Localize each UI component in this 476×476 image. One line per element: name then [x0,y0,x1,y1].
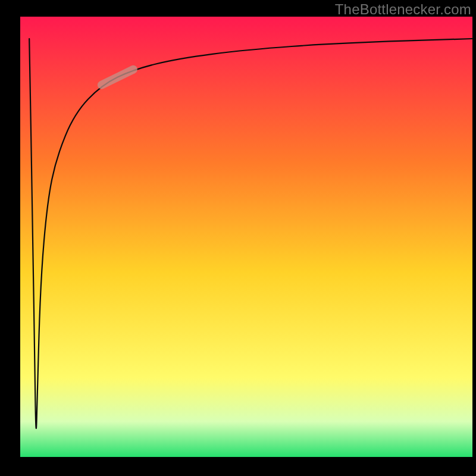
bottleneck-chart [0,0,476,476]
chart-stage: TheBottlenecker.com [0,0,476,476]
plot-background [20,17,472,457]
watermark-label: TheBottlenecker.com [335,1,471,18]
